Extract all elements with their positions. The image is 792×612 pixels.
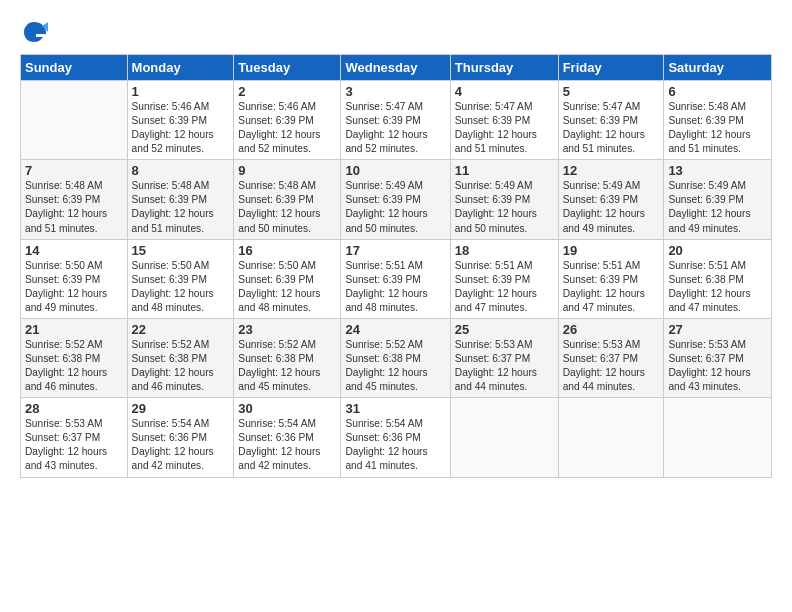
day-number: 14 — [25, 243, 123, 258]
day-number: 28 — [25, 401, 123, 416]
calendar-cell: 30Sunrise: 5:54 AM Sunset: 6:36 PM Dayli… — [234, 398, 341, 477]
day-number: 18 — [455, 243, 554, 258]
calendar-cell — [558, 398, 664, 477]
day-info: Sunrise: 5:53 AM Sunset: 6:37 PM Dayligh… — [668, 339, 750, 392]
day-info: Sunrise: 5:48 AM Sunset: 6:39 PM Dayligh… — [25, 180, 107, 233]
day-number: 25 — [455, 322, 554, 337]
day-info: Sunrise: 5:50 AM Sunset: 6:39 PM Dayligh… — [238, 260, 320, 313]
calendar-cell: 24Sunrise: 5:52 AM Sunset: 6:38 PM Dayli… — [341, 318, 450, 397]
calendar-cell: 13Sunrise: 5:49 AM Sunset: 6:39 PM Dayli… — [664, 160, 772, 239]
day-info: Sunrise: 5:49 AM Sunset: 6:39 PM Dayligh… — [563, 180, 645, 233]
day-info: Sunrise: 5:47 AM Sunset: 6:39 PM Dayligh… — [455, 101, 537, 154]
logo — [20, 18, 50, 46]
day-info: Sunrise: 5:51 AM Sunset: 6:39 PM Dayligh… — [455, 260, 537, 313]
day-info: Sunrise: 5:52 AM Sunset: 6:38 PM Dayligh… — [238, 339, 320, 392]
day-number: 23 — [238, 322, 336, 337]
day-info: Sunrise: 5:49 AM Sunset: 6:39 PM Dayligh… — [668, 180, 750, 233]
day-number: 2 — [238, 84, 336, 99]
day-number: 5 — [563, 84, 660, 99]
day-number: 31 — [345, 401, 445, 416]
calendar-cell: 12Sunrise: 5:49 AM Sunset: 6:39 PM Dayli… — [558, 160, 664, 239]
calendar-cell: 27Sunrise: 5:53 AM Sunset: 6:37 PM Dayli… — [664, 318, 772, 397]
day-info: Sunrise: 5:54 AM Sunset: 6:36 PM Dayligh… — [132, 418, 214, 471]
calendar-cell: 15Sunrise: 5:50 AM Sunset: 6:39 PM Dayli… — [127, 239, 234, 318]
weekday-header: Sunday — [21, 55, 128, 81]
calendar-cell: 26Sunrise: 5:53 AM Sunset: 6:37 PM Dayli… — [558, 318, 664, 397]
day-info: Sunrise: 5:49 AM Sunset: 6:39 PM Dayligh… — [455, 180, 537, 233]
calendar-cell: 31Sunrise: 5:54 AM Sunset: 6:36 PM Dayli… — [341, 398, 450, 477]
calendar-cell: 14Sunrise: 5:50 AM Sunset: 6:39 PM Dayli… — [21, 239, 128, 318]
calendar-cell: 29Sunrise: 5:54 AM Sunset: 6:36 PM Dayli… — [127, 398, 234, 477]
calendar-cell: 10Sunrise: 5:49 AM Sunset: 6:39 PM Dayli… — [341, 160, 450, 239]
calendar-cell — [450, 398, 558, 477]
calendar-week-row: 21Sunrise: 5:52 AM Sunset: 6:38 PM Dayli… — [21, 318, 772, 397]
calendar-cell: 8Sunrise: 5:48 AM Sunset: 6:39 PM Daylig… — [127, 160, 234, 239]
day-info: Sunrise: 5:47 AM Sunset: 6:39 PM Dayligh… — [345, 101, 427, 154]
day-number: 9 — [238, 163, 336, 178]
day-info: Sunrise: 5:50 AM Sunset: 6:39 PM Dayligh… — [25, 260, 107, 313]
weekday-header: Saturday — [664, 55, 772, 81]
calendar-cell: 20Sunrise: 5:51 AM Sunset: 6:38 PM Dayli… — [664, 239, 772, 318]
day-info: Sunrise: 5:50 AM Sunset: 6:39 PM Dayligh… — [132, 260, 214, 313]
day-number: 26 — [563, 322, 660, 337]
calendar-cell: 4Sunrise: 5:47 AM Sunset: 6:39 PM Daylig… — [450, 81, 558, 160]
day-number: 11 — [455, 163, 554, 178]
day-number: 3 — [345, 84, 445, 99]
day-number: 17 — [345, 243, 445, 258]
calendar-week-row: 1Sunrise: 5:46 AM Sunset: 6:39 PM Daylig… — [21, 81, 772, 160]
weekday-header: Thursday — [450, 55, 558, 81]
calendar-cell: 7Sunrise: 5:48 AM Sunset: 6:39 PM Daylig… — [21, 160, 128, 239]
day-number: 13 — [668, 163, 767, 178]
day-info: Sunrise: 5:46 AM Sunset: 6:39 PM Dayligh… — [238, 101, 320, 154]
calendar-header-row: SundayMondayTuesdayWednesdayThursdayFrid… — [21, 55, 772, 81]
page: SundayMondayTuesdayWednesdayThursdayFrid… — [0, 0, 792, 612]
day-info: Sunrise: 5:53 AM Sunset: 6:37 PM Dayligh… — [563, 339, 645, 392]
day-number: 29 — [132, 401, 230, 416]
calendar-cell: 5Sunrise: 5:47 AM Sunset: 6:39 PM Daylig… — [558, 81, 664, 160]
calendar-week-row: 28Sunrise: 5:53 AM Sunset: 6:37 PM Dayli… — [21, 398, 772, 477]
day-number: 1 — [132, 84, 230, 99]
calendar-cell: 19Sunrise: 5:51 AM Sunset: 6:39 PM Dayli… — [558, 239, 664, 318]
day-info: Sunrise: 5:48 AM Sunset: 6:39 PM Dayligh… — [668, 101, 750, 154]
day-info: Sunrise: 5:51 AM Sunset: 6:39 PM Dayligh… — [563, 260, 645, 313]
weekday-header: Wednesday — [341, 55, 450, 81]
day-number: 6 — [668, 84, 767, 99]
day-info: Sunrise: 5:54 AM Sunset: 6:36 PM Dayligh… — [345, 418, 427, 471]
day-info: Sunrise: 5:52 AM Sunset: 6:38 PM Dayligh… — [25, 339, 107, 392]
calendar-cell: 6Sunrise: 5:48 AM Sunset: 6:39 PM Daylig… — [664, 81, 772, 160]
day-info: Sunrise: 5:48 AM Sunset: 6:39 PM Dayligh… — [132, 180, 214, 233]
day-number: 15 — [132, 243, 230, 258]
day-number: 7 — [25, 163, 123, 178]
day-info: Sunrise: 5:49 AM Sunset: 6:39 PM Dayligh… — [345, 180, 427, 233]
calendar-cell — [664, 398, 772, 477]
day-info: Sunrise: 5:51 AM Sunset: 6:38 PM Dayligh… — [668, 260, 750, 313]
day-number: 16 — [238, 243, 336, 258]
calendar-cell: 9Sunrise: 5:48 AM Sunset: 6:39 PM Daylig… — [234, 160, 341, 239]
weekday-header: Friday — [558, 55, 664, 81]
calendar-cell: 21Sunrise: 5:52 AM Sunset: 6:38 PM Dayli… — [21, 318, 128, 397]
day-info: Sunrise: 5:52 AM Sunset: 6:38 PM Dayligh… — [132, 339, 214, 392]
day-number: 24 — [345, 322, 445, 337]
logo-icon — [20, 18, 48, 46]
calendar-table: SundayMondayTuesdayWednesdayThursdayFrid… — [20, 54, 772, 478]
calendar-cell: 28Sunrise: 5:53 AM Sunset: 6:37 PM Dayli… — [21, 398, 128, 477]
calendar-cell: 11Sunrise: 5:49 AM Sunset: 6:39 PM Dayli… — [450, 160, 558, 239]
day-info: Sunrise: 5:53 AM Sunset: 6:37 PM Dayligh… — [455, 339, 537, 392]
calendar-cell: 16Sunrise: 5:50 AM Sunset: 6:39 PM Dayli… — [234, 239, 341, 318]
calendar-cell: 23Sunrise: 5:52 AM Sunset: 6:38 PM Dayli… — [234, 318, 341, 397]
calendar-cell — [21, 81, 128, 160]
day-info: Sunrise: 5:46 AM Sunset: 6:39 PM Dayligh… — [132, 101, 214, 154]
day-number: 22 — [132, 322, 230, 337]
day-info: Sunrise: 5:47 AM Sunset: 6:39 PM Dayligh… — [563, 101, 645, 154]
calendar-cell: 17Sunrise: 5:51 AM Sunset: 6:39 PM Dayli… — [341, 239, 450, 318]
header — [20, 18, 772, 46]
calendar-week-row: 14Sunrise: 5:50 AM Sunset: 6:39 PM Dayli… — [21, 239, 772, 318]
day-number: 30 — [238, 401, 336, 416]
calendar-cell: 22Sunrise: 5:52 AM Sunset: 6:38 PM Dayli… — [127, 318, 234, 397]
weekday-header: Monday — [127, 55, 234, 81]
day-number: 21 — [25, 322, 123, 337]
day-info: Sunrise: 5:53 AM Sunset: 6:37 PM Dayligh… — [25, 418, 107, 471]
day-number: 27 — [668, 322, 767, 337]
day-info: Sunrise: 5:51 AM Sunset: 6:39 PM Dayligh… — [345, 260, 427, 313]
day-number: 19 — [563, 243, 660, 258]
